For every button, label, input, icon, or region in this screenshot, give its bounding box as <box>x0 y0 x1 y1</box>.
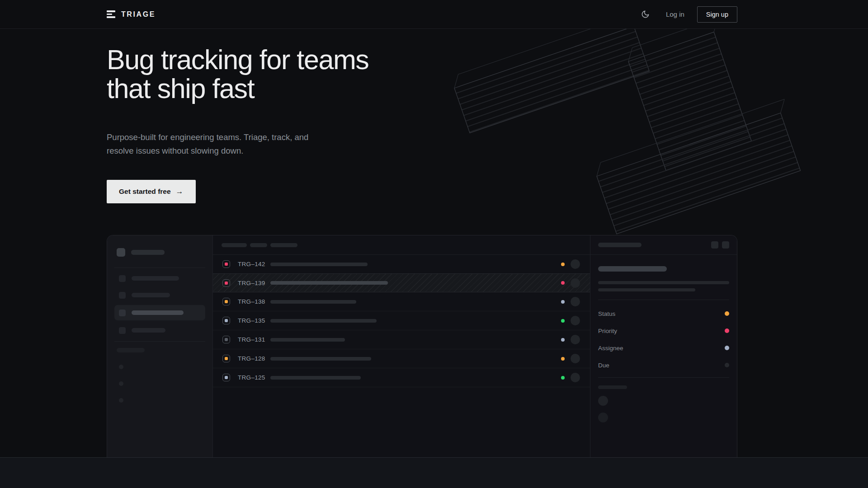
sidebar-dot <box>119 365 123 369</box>
status-dot <box>561 263 565 266</box>
footer-band <box>0 457 868 488</box>
workspace-avatar <box>117 248 125 257</box>
sidebar-item[interactable] <box>114 324 205 337</box>
issue-row[interactable]: TRG–142 <box>213 255 590 274</box>
issue-type-icon <box>222 298 230 305</box>
sidebar-dot <box>119 398 123 403</box>
issue-row[interactable]: TRG–135 <box>213 311 590 330</box>
status-dot <box>561 319 565 323</box>
sidebar-item-skeleton <box>132 328 165 333</box>
property-row[interactable]: Priority <box>598 322 729 339</box>
sidebar-item-skeleton <box>132 310 184 315</box>
sidebar-item-icon <box>119 310 126 316</box>
property-row[interactable]: Assignee <box>598 339 729 357</box>
issue-title-skeleton <box>270 319 377 323</box>
issue-type-icon <box>222 336 230 343</box>
detail-breadcrumb-skeleton <box>598 243 642 247</box>
get-started-label: Get started free <box>119 188 171 196</box>
issue-row-selected[interactable]: TRG–139 <box>213 273 590 292</box>
issue-row[interactable]: TRG–125 <box>213 368 590 387</box>
assignee-avatar <box>571 297 580 306</box>
issue-list-header <box>213 235 590 255</box>
issue-type-icon <box>222 260 230 268</box>
detail-divider <box>598 377 729 378</box>
sidebar-item-icon <box>119 292 126 299</box>
theme-toggle-button[interactable] <box>638 7 653 22</box>
filter-skeleton <box>270 243 297 247</box>
property-value-dot <box>725 311 729 316</box>
sidebar-item-active[interactable] <box>114 305 205 320</box>
detail-description-skeleton <box>598 288 695 291</box>
activity-avatar <box>598 413 608 422</box>
issue-row[interactable]: TRG–128 <box>213 349 590 368</box>
property-label: Due <box>598 362 609 369</box>
activity-label-skeleton <box>598 385 627 389</box>
issue-id: TRG–138 <box>238 298 267 305</box>
sidebar-divider <box>114 267 205 268</box>
assignee-avatar <box>571 278 580 288</box>
hero-heading: Bug tracking for teams that ship fast <box>107 45 368 103</box>
detail-action-button[interactable] <box>722 241 729 249</box>
get-started-button[interactable]: Get started free → <box>107 180 196 203</box>
issue-row[interactable]: TRG–138 <box>213 292 590 311</box>
issue-title-skeleton <box>270 357 371 361</box>
top-nav: TRIAGE Log in Sign up <box>0 0 868 29</box>
property-row[interactable]: Due <box>598 357 729 374</box>
status-dot <box>561 300 565 304</box>
issue-title-skeleton <box>270 263 368 266</box>
hero-subtitle: Purpose-built for engineering teams. Tri… <box>107 131 324 158</box>
issue-detail-panel: Status Priority Assignee Due <box>590 235 737 458</box>
detail-properties: Status Priority Assignee Due <box>598 305 729 374</box>
assignee-avatar <box>571 316 580 325</box>
property-value-dot <box>725 346 729 350</box>
filter-skeleton <box>222 243 247 247</box>
property-value-dot <box>725 328 729 333</box>
assignee-avatar <box>571 373 580 382</box>
issue-id: TRG–128 <box>238 355 267 362</box>
sidebar-item-icon <box>119 327 126 334</box>
property-label: Priority <box>598 328 617 334</box>
brand-logo[interactable]: TRIAGE <box>107 10 156 19</box>
assignee-avatar <box>571 259 580 269</box>
detail-action-button[interactable] <box>711 241 718 249</box>
issue-id: TRG–142 <box>238 261 267 267</box>
sidebar-item-icon <box>119 275 126 282</box>
issue-id: TRG–139 <box>238 280 267 286</box>
assignee-avatar <box>571 354 580 363</box>
status-dot <box>561 281 565 285</box>
signup-button[interactable]: Sign up <box>697 6 737 23</box>
status-dot <box>561 338 565 342</box>
issue-title-skeleton <box>270 300 356 304</box>
property-row[interactable]: Status <box>598 305 729 322</box>
detail-title-skeleton <box>598 266 667 272</box>
sidebar-item[interactable] <box>114 288 205 302</box>
detail-header <box>590 235 737 255</box>
sidebar-item-skeleton <box>132 293 170 297</box>
issue-title-skeleton <box>270 281 388 285</box>
detail-description-skeleton <box>598 281 729 284</box>
workspace-switcher[interactable] <box>114 248 205 257</box>
issue-list: TRG–142 TRG–139 TRG–138 TRG–135 <box>213 235 590 458</box>
sidebar-item[interactable] <box>114 272 205 285</box>
property-label: Status <box>598 310 615 317</box>
property-label: Assignee <box>598 345 623 352</box>
sidebar-divider <box>114 341 205 342</box>
moon-icon <box>641 10 650 19</box>
property-value-dot <box>725 363 729 367</box>
issue-type-icon <box>222 355 230 362</box>
app-mockup: TRG–142 TRG–139 TRG–138 TRG–135 <box>107 235 737 458</box>
sidebar-item-skeleton <box>132 276 179 281</box>
issue-id: TRG–135 <box>238 317 267 324</box>
activity-avatar <box>598 396 608 406</box>
mockup-sidebar <box>107 235 213 458</box>
workspace-name-skeleton <box>131 250 165 255</box>
sidebar-section-skeleton <box>117 348 145 352</box>
filter-skeleton <box>250 243 267 247</box>
issue-id: TRG–131 <box>238 336 267 343</box>
status-dot <box>561 357 565 361</box>
issue-title-skeleton <box>270 338 345 342</box>
login-link[interactable]: Log in <box>666 10 684 18</box>
issue-id: TRG–125 <box>238 374 267 381</box>
issue-row[interactable]: TRG–131 <box>213 330 590 349</box>
assignee-avatar <box>571 335 580 344</box>
